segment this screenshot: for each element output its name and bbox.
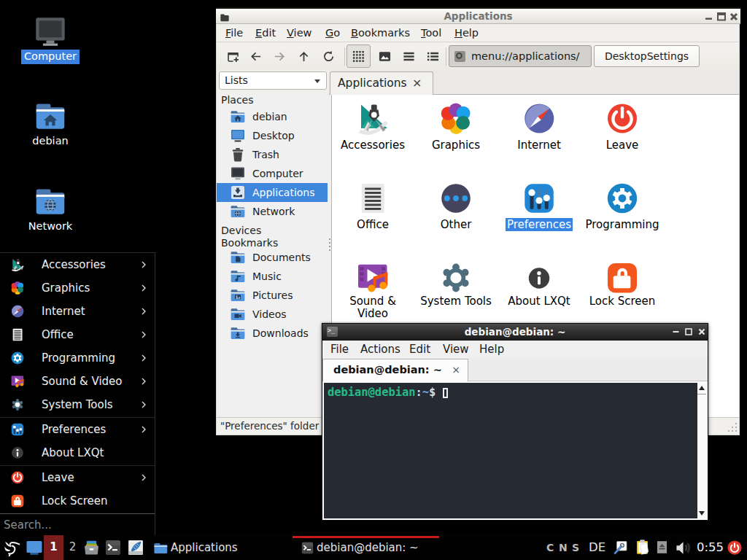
up-button[interactable] <box>298 50 310 63</box>
app-category-accessories[interactable]: Accessories <box>331 101 414 152</box>
scroll-down-icon[interactable] <box>697 508 706 518</box>
tray-eject-icon[interactable] <box>654 540 670 555</box>
fm-menu-tool[interactable]: Tool <box>421 24 441 42</box>
sidebar-item-documents[interactable]: Documents <box>217 248 328 267</box>
app-category-lock-screen[interactable]: Lock Screen <box>581 260 664 308</box>
sidebar-item-pictures[interactable]: Pictures <box>217 286 328 305</box>
resize-grip[interactable] <box>727 422 738 432</box>
app-category-graphics[interactable]: Graphics <box>414 101 498 152</box>
start-menu-item-internet[interactable]: Internet <box>0 300 155 323</box>
app-category-leave[interactable]: Leave <box>581 101 664 152</box>
sidebar-item-computer[interactable]: Computer <box>217 164 328 183</box>
new-tab-button[interactable] <box>227 50 239 63</box>
sidebar-item-trash[interactable]: Trash <box>217 145 328 164</box>
desktop-icon-debian[interactable]: debian <box>7 101 94 149</box>
terminal-tab[interactable]: debian@debian: ~ × <box>322 359 468 381</box>
forward-button[interactable] <box>274 50 286 63</box>
terminal-menu-view[interactable]: View <box>443 341 469 358</box>
workspace-1-button[interactable]: 1 <box>44 535 63 560</box>
terminal-minimize-button[interactable] <box>670 324 682 340</box>
start-menu-item-about-lxqt[interactable]: About LXQt <box>0 441 155 464</box>
fm-tab-applications[interactable]: Applications × <box>330 71 433 95</box>
sidebar-item-downloads[interactable]: Downloads <box>217 324 328 343</box>
path-bar-button[interactable]: menu://applications/ <box>449 45 592 67</box>
folder-network-icon <box>34 187 66 217</box>
clock[interactable]: 0:55 <box>697 535 724 560</box>
terminal-titlebar[interactable]: >_ debian@debian: ~ <box>322 324 708 341</box>
app-category-programming[interactable]: Programming <box>581 181 664 230</box>
quicklaunch-terminal[interactable] <box>105 540 121 556</box>
menu-button-bird-icon[interactable] <box>3 539 20 556</box>
desktop-settings-button[interactable]: DesktopSettings <box>594 45 700 67</box>
back-button[interactable] <box>249 50 262 63</box>
side-pane-mode-combo[interactable]: Lists <box>219 71 327 90</box>
sidebar-item-videos[interactable]: Videos <box>217 305 328 324</box>
fm-titlebar[interactable]: Applications <box>216 7 740 24</box>
detailed-view-button[interactable] <box>427 50 439 63</box>
fm-menu-edit[interactable]: Edit <box>255 24 276 42</box>
sidebar-item-desktop[interactable]: Desktop <box>217 126 328 145</box>
app-category-office[interactable]: Office <box>331 181 414 230</box>
desktop-icon-network[interactable]: Network <box>7 187 94 234</box>
sound-video-icon <box>10 374 25 389</box>
terminal-tab-close-icon[interactable]: × <box>452 359 460 380</box>
start-menu-item-accessories[interactable]: Accessories <box>0 253 155 276</box>
sidebar-item-music[interactable]: Music <box>217 267 328 286</box>
sidebar-item-network[interactable]: Network <box>217 202 328 221</box>
tray-screenshot-icon[interactable] <box>614 540 630 556</box>
app-category-system-tools[interactable]: System Tools <box>414 260 498 308</box>
reload-button[interactable] <box>322 50 335 63</box>
scroll-up-icon[interactable] <box>697 383 706 393</box>
start-menu-item-sound-video[interactable]: Sound & Video <box>0 370 155 393</box>
fm-menu-go[interactable]: Go <box>325 24 340 42</box>
tray-volume-icon[interactable] <box>676 540 692 556</box>
start-menu-item-graphics[interactable]: Graphics <box>0 276 155 300</box>
tray-shutdown-icon[interactable] <box>727 540 743 556</box>
terminal-maximize-button[interactable] <box>683 324 694 340</box>
sidebar-item-applications[interactable]: Applications <box>217 183 328 202</box>
app-category-sound-video[interactable]: Sound &Video <box>331 260 414 319</box>
fm-maximize-button[interactable] <box>716 9 727 24</box>
terminal-close-button[interactable] <box>696 324 708 340</box>
sidebar-item-debian[interactable]: debian <box>217 107 328 126</box>
task-button-terminal[interactable]: debian@debian: ~ <box>293 535 439 560</box>
terminal-console[interactable]: debian@debian:~$ <box>324 383 697 518</box>
task-button-applications[interactable]: Applications <box>150 535 293 560</box>
fm-close-button[interactable] <box>728 9 740 24</box>
app-category-about-lxqt[interactable]: About LXQt <box>498 260 581 308</box>
fm-menu-help[interactable]: Help <box>454 24 479 42</box>
workspace-2-button[interactable]: 2 <box>63 535 82 560</box>
start-menu-item-programming[interactable]: Programming <box>0 346 155 370</box>
thumbnail-view-button[interactable] <box>379 50 391 63</box>
fm-minimize-button[interactable] <box>703 9 715 24</box>
fm-status-text: "Preferences" folder <box>220 420 319 432</box>
start-menu-item-office[interactable]: Office <box>0 323 155 346</box>
start-menu-item-system-tools[interactable]: System Tools <box>0 393 155 416</box>
start-menu-item-preferences[interactable]: Preferences <box>0 418 155 441</box>
terminal-menu-edit[interactable]: Edit <box>409 341 430 358</box>
app-category-preferences[interactable]: Preferences <box>498 181 581 230</box>
terminal-menu-help[interactable]: Help <box>479 341 504 358</box>
desktop-icon-computer[interactable]: Computer <box>7 16 94 64</box>
start-menu-item-lock-screen[interactable]: Lock Screen <box>0 489 155 513</box>
start-menu-item-leave[interactable]: Leave <box>0 466 155 489</box>
icon-view-button[interactable] <box>347 44 371 68</box>
show-desktop-button[interactable] <box>26 539 43 556</box>
compact-view-button[interactable] <box>403 50 415 63</box>
fm-places-sidebar: Places debian Desktop Trash Computer App… <box>217 95 328 417</box>
keyboard-layout-indicator[interactable]: DE <box>589 535 605 560</box>
quicklaunch-file-manager[interactable] <box>83 540 100 556</box>
tray-clipboard-icon[interactable] <box>634 539 651 556</box>
fm-menu-bookmarks[interactable]: Bookmarks <box>351 24 410 42</box>
app-category-internet[interactable]: Internet <box>498 101 581 152</box>
terminal-menu-file[interactable]: File <box>330 341 349 358</box>
quicklaunch-featherpad[interactable] <box>128 540 144 556</box>
fm-tab-label: Applications <box>338 72 407 94</box>
terminal-scrollbar[interactable] <box>697 383 706 518</box>
app-category-other[interactable]: Other <box>414 181 498 230</box>
fm-menu-file[interactable]: File <box>225 24 243 42</box>
menu-search-input[interactable]: Search... <box>0 514 155 536</box>
fm-menu-view[interactable]: View <box>287 24 311 42</box>
fm-tab-close-icon[interactable]: × <box>412 72 422 94</box>
terminal-menu-actions[interactable]: Actions <box>360 341 400 358</box>
